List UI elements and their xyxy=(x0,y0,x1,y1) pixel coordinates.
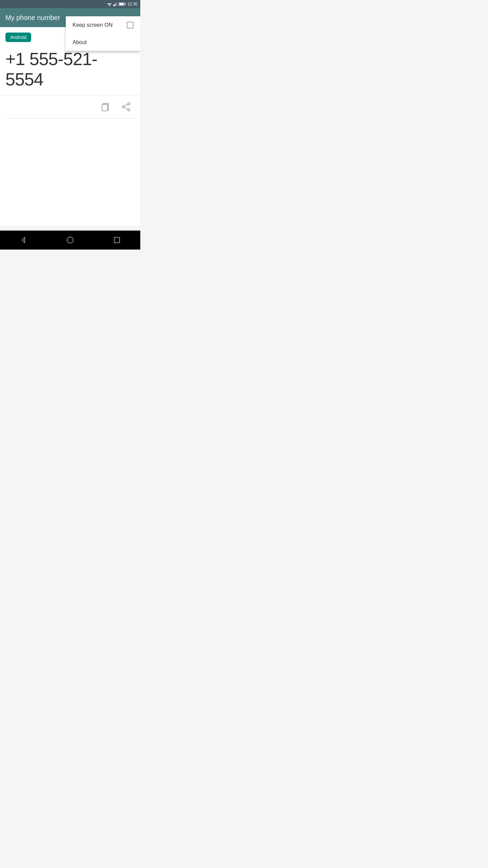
svg-marker-15 xyxy=(22,237,25,243)
keep-screen-on-checkbox[interactable] xyxy=(127,22,134,28)
back-button[interactable] xyxy=(13,233,34,247)
battery-icon xyxy=(119,2,125,6)
keep-screen-on-label: Keep screen ON xyxy=(73,22,113,28)
copy-button[interactable] xyxy=(100,101,112,113)
signal-icon xyxy=(113,2,117,6)
svg-point-16 xyxy=(67,237,73,243)
copy-icon xyxy=(101,102,110,112)
wifi-icon xyxy=(107,2,112,6)
header-title: My phone number xyxy=(5,14,60,22)
svg-point-10 xyxy=(128,103,130,105)
status-time: 12:30 xyxy=(127,2,138,6)
about-label: About xyxy=(73,39,87,45)
svg-rect-4 xyxy=(113,5,114,6)
svg-rect-7 xyxy=(117,2,117,6)
svg-rect-5 xyxy=(114,4,115,6)
svg-rect-6 xyxy=(115,3,116,6)
about-item[interactable]: About xyxy=(66,34,140,51)
android-badge: Android xyxy=(5,33,31,42)
divider-bottom xyxy=(5,118,135,119)
svg-rect-17 xyxy=(114,237,120,243)
bottom-nav xyxy=(0,231,140,250)
status-icons: 12:30 xyxy=(107,2,138,6)
phone-number: +1 555-521-5554 xyxy=(5,49,135,90)
home-icon xyxy=(66,236,74,244)
svg-line-13 xyxy=(124,104,128,106)
keep-screen-on-item[interactable]: Keep screen ON xyxy=(66,16,140,34)
action-row xyxy=(5,95,135,118)
recents-icon xyxy=(113,236,121,244)
status-bar: 12:30 xyxy=(0,0,140,8)
back-icon xyxy=(19,236,27,244)
app-header: My phone number Keep screen ON About xyxy=(0,8,140,27)
empty-area xyxy=(0,124,140,226)
recents-button[interactable] xyxy=(106,233,128,247)
svg-point-11 xyxy=(128,109,130,111)
share-icon xyxy=(121,102,131,112)
home-button[interactable] xyxy=(59,233,81,247)
svg-rect-9 xyxy=(102,104,107,111)
dropdown-menu: Keep screen ON About xyxy=(66,16,140,51)
svg-point-12 xyxy=(122,106,124,108)
share-button[interactable] xyxy=(120,101,132,113)
svg-line-14 xyxy=(124,107,128,110)
